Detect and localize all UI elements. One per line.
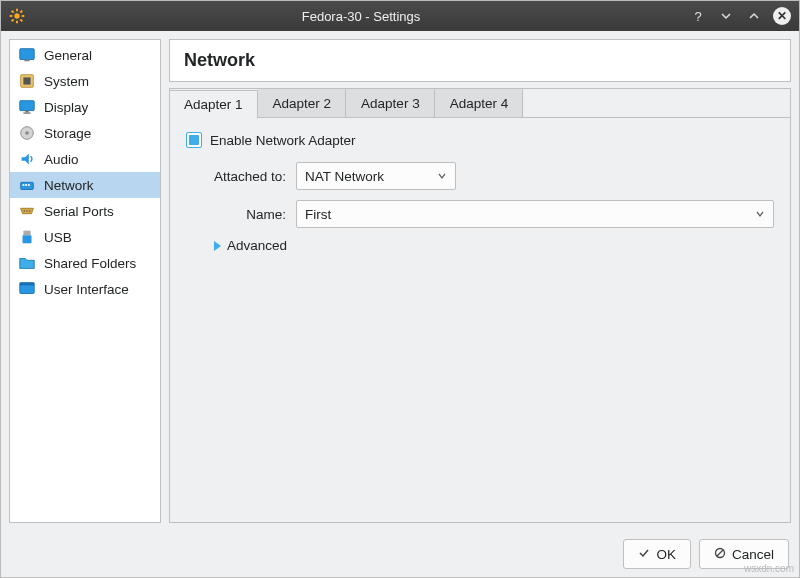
tab-adapter-2[interactable]: Adapter 2 xyxy=(258,89,347,117)
svg-rect-19 xyxy=(23,184,25,186)
tab-label: Adapter 4 xyxy=(450,96,509,111)
triangle-right-icon xyxy=(214,241,221,251)
attached-to-label: Attached to: xyxy=(186,169,296,184)
ui-icon xyxy=(18,280,36,298)
category-sidebar: General System Display Storage Audio Net… xyxy=(9,39,161,523)
enable-adapter-label: Enable Network Adapter xyxy=(210,133,356,148)
attached-to-value: NAT Network xyxy=(305,169,384,184)
sidebar-item-general[interactable]: General xyxy=(10,42,160,68)
svg-point-24 xyxy=(29,210,30,211)
svg-rect-25 xyxy=(23,231,30,236)
svg-point-17 xyxy=(25,131,29,135)
tab-adapter-3[interactable]: Adapter 3 xyxy=(346,89,435,117)
folder-icon xyxy=(18,254,36,272)
attached-to-combo[interactable]: NAT Network xyxy=(296,162,456,190)
help-button[interactable]: ? xyxy=(689,7,707,25)
audio-icon xyxy=(18,150,36,168)
svg-point-0 xyxy=(14,13,19,18)
tab-label: Adapter 2 xyxy=(273,96,332,111)
svg-rect-15 xyxy=(23,112,30,113)
sidebar-item-label: Storage xyxy=(44,126,91,141)
sidebar-item-network[interactable]: Network xyxy=(10,172,160,198)
svg-rect-20 xyxy=(25,184,27,186)
sidebar-item-display[interactable]: Display xyxy=(10,94,160,120)
sidebar-item-user-interface[interactable]: User Interface xyxy=(10,276,160,302)
svg-rect-26 xyxy=(23,235,32,243)
svg-line-8 xyxy=(20,11,22,13)
titlebar: Fedora-30 - Settings ? ✕ xyxy=(1,1,799,31)
svg-rect-28 xyxy=(20,283,34,286)
minimize-button[interactable] xyxy=(717,7,735,25)
svg-rect-10 xyxy=(24,60,29,62)
chevron-down-icon xyxy=(755,207,765,222)
content-area: General System Display Storage Audio Net… xyxy=(1,31,799,531)
ok-label: OK xyxy=(656,547,676,562)
svg-rect-14 xyxy=(25,111,29,113)
serial-icon xyxy=(18,202,36,220)
svg-rect-9 xyxy=(20,49,34,60)
svg-rect-12 xyxy=(23,77,30,84)
tab-container: Adapter 1 Adapter 2 Adapter 3 Adapter 4 … xyxy=(169,88,791,523)
sidebar-item-label: System xyxy=(44,74,89,89)
name-label: Name: xyxy=(186,207,296,222)
sidebar-item-audio[interactable]: Audio xyxy=(10,146,160,172)
display-icon xyxy=(18,98,36,116)
svg-rect-13 xyxy=(20,101,34,111)
settings-window: Fedora-30 - Settings ? ✕ General System xyxy=(0,0,800,578)
storage-icon xyxy=(18,124,36,142)
svg-line-6 xyxy=(20,19,22,21)
dialog-footer: OK Cancel xyxy=(1,531,799,577)
close-button[interactable]: ✕ xyxy=(773,7,791,25)
attached-to-row: Attached to: NAT Network xyxy=(186,162,774,190)
svg-point-22 xyxy=(24,210,25,211)
cancel-icon xyxy=(714,547,726,562)
name-combo[interactable]: First xyxy=(296,200,774,228)
sidebar-item-label: Shared Folders xyxy=(44,256,136,271)
enable-adapter-row: Enable Network Adapter xyxy=(186,132,774,148)
ok-button[interactable]: OK xyxy=(623,539,691,569)
maximize-button[interactable] xyxy=(745,7,763,25)
window-title: Fedora-30 - Settings xyxy=(33,9,689,24)
tab-adapter-4[interactable]: Adapter 4 xyxy=(435,89,524,117)
sidebar-item-label: Network xyxy=(44,178,94,193)
name-row: Name: First xyxy=(186,200,774,228)
network-icon xyxy=(18,176,36,194)
window-controls: ? ✕ xyxy=(689,7,791,25)
sidebar-item-label: USB xyxy=(44,230,72,245)
watermark: wsxdn.com xyxy=(744,563,794,574)
main-panel: Network Adapter 1 Adapter 2 Adapter 3 Ad… xyxy=(169,39,791,523)
sidebar-item-label: User Interface xyxy=(44,282,129,297)
sidebar-item-system[interactable]: System xyxy=(10,68,160,94)
sidebar-item-shared-folders[interactable]: Shared Folders xyxy=(10,250,160,276)
svg-rect-21 xyxy=(28,184,30,186)
sidebar-item-label: Display xyxy=(44,100,88,115)
check-icon xyxy=(189,135,199,145)
tab-label: Adapter 3 xyxy=(361,96,420,111)
svg-line-30 xyxy=(717,550,723,556)
sidebar-item-usb[interactable]: USB xyxy=(10,224,160,250)
advanced-label: Advanced xyxy=(227,238,287,253)
chevron-down-icon xyxy=(437,169,447,184)
sidebar-item-label: Serial Ports xyxy=(44,204,114,219)
cancel-label: Cancel xyxy=(732,547,774,562)
enable-adapter-checkbox[interactable] xyxy=(186,132,202,148)
adapter-tabs: Adapter 1 Adapter 2 Adapter 3 Adapter 4 xyxy=(170,89,790,118)
svg-line-7 xyxy=(12,19,14,21)
advanced-toggle[interactable]: Advanced xyxy=(214,238,774,253)
app-gear-icon xyxy=(9,8,25,24)
general-icon xyxy=(18,46,36,64)
tab-adapter-1[interactable]: Adapter 1 xyxy=(170,90,258,119)
tab-body: Enable Network Adapter Attached to: NAT … xyxy=(170,118,790,267)
usb-icon xyxy=(18,228,36,246)
check-icon xyxy=(638,547,650,562)
tab-label: Adapter 1 xyxy=(184,97,243,112)
system-icon xyxy=(18,72,36,90)
name-value: First xyxy=(305,207,331,222)
sidebar-item-storage[interactable]: Storage xyxy=(10,120,160,146)
svg-line-5 xyxy=(12,11,14,13)
sidebar-item-serial-ports[interactable]: Serial Ports xyxy=(10,198,160,224)
sidebar-item-label: General xyxy=(44,48,92,63)
sidebar-item-label: Audio xyxy=(44,152,79,167)
page-title: Network xyxy=(169,39,791,82)
svg-point-23 xyxy=(26,210,27,211)
